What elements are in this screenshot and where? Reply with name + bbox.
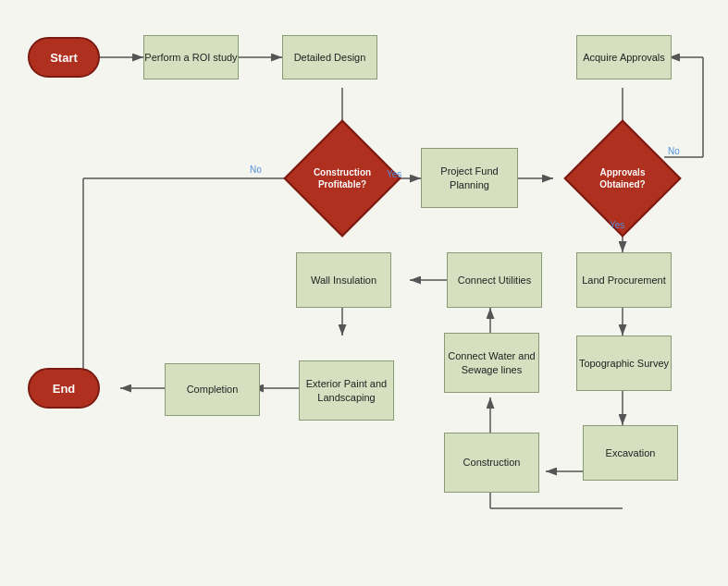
detailed-design-node: Detailed Design [282,35,377,79]
approvals-obtained-node: Approvals Obtained? [581,137,664,220]
no1-label: No [250,165,262,175]
roi-node: Perform a ROI study [143,35,239,79]
project-fund-planning-node: Project Fund Planning [421,148,518,208]
start-node: Start [28,37,100,78]
no2-label: No [668,146,680,156]
flowchart: Start Perform a ROI study Detailed Desig… [0,0,728,586]
connect-water-node: Connect Water and Sewage lines [444,333,539,393]
construction-profitable-node: Construction Profitable? [301,137,384,220]
excavation-node: Excavation [583,425,678,481]
end-node: End [28,368,100,409]
construction-node: Construction [444,433,539,493]
topographic-survey-node: Topographic Survey [576,336,672,391]
exterior-paint-node: Exterior Paint and Landscaping [299,360,394,421]
yes1-label: Yes [387,169,401,179]
land-procurement-node: Land Procurement [576,252,672,308]
connect-utilities-node: Connect Utilities [447,252,542,308]
yes2-label: Yes [610,220,624,230]
completion-node: Completion [165,363,260,416]
acquire-approvals-node: Acquire Approvals [576,35,672,79]
wall-insulation-node: Wall Insulation [296,252,391,308]
